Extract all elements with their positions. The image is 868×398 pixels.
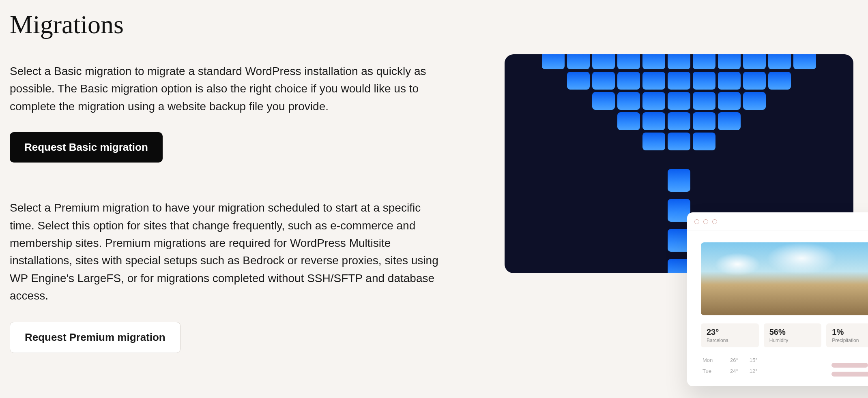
temp-hi: 24° <box>730 368 738 374</box>
window-dot-icon <box>703 219 708 224</box>
temp-lo: 15° <box>750 357 758 363</box>
stat-label: Humidity <box>769 338 816 343</box>
window-dot-icon <box>712 219 717 224</box>
demo-site-window: 23° Barcelona 56% Humidity 1% Precipitat… <box>687 212 868 386</box>
basic-description: Select a Basic migration to migrate a st… <box>10 62 448 115</box>
temp-lo: 12° <box>750 368 758 374</box>
window-controls <box>687 212 868 231</box>
day-label: Mon <box>703 357 719 363</box>
loading-skeleton <box>831 363 868 377</box>
premium-description: Select a Premium migration to have your … <box>10 199 448 304</box>
stat-value: 1% <box>832 327 868 337</box>
table-row: Mon 26° 15° <box>701 355 811 366</box>
stat-value: 56% <box>769 327 816 337</box>
day-label: Tue <box>703 368 719 374</box>
page-title: Migrations <box>10 10 456 40</box>
window-dot-icon <box>694 219 699 224</box>
request-basic-migration-button[interactable]: Request Basic migration <box>10 132 163 163</box>
stat-precipitation: 1% Precipitation <box>826 323 868 347</box>
stat-temperature: 23° Barcelona <box>701 323 759 347</box>
stat-label: Precipitation <box>832 338 868 343</box>
hero-image <box>701 242 868 315</box>
table-row: Tue 24° 12° <box>701 366 811 377</box>
request-premium-migration-button[interactable]: Request Premium migration <box>10 322 180 353</box>
illustration: 23° Barcelona 56% Humidity 1% Precipitat… <box>505 10 853 273</box>
forecast-table: Mon 26° 15° Tue 24° 12° <box>701 355 811 377</box>
stat-label: Barcelona <box>707 338 753 343</box>
stat-value: 23° <box>707 327 753 337</box>
temp-hi: 26° <box>730 357 738 363</box>
stat-humidity: 56% Humidity <box>764 323 822 347</box>
